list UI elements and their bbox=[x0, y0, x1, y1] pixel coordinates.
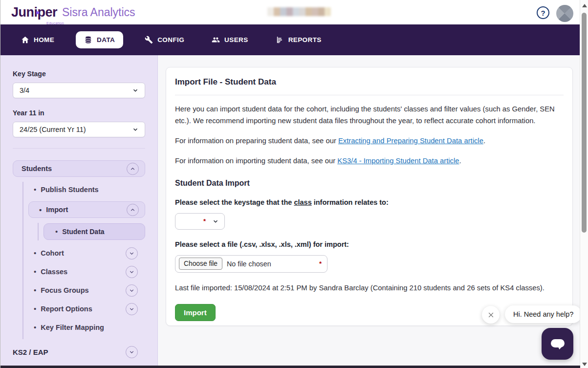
nav-users[interactable]: USERS bbox=[206, 31, 254, 48]
key-stage-label: Key Stage bbox=[13, 70, 145, 78]
scroll-up-arrow-icon[interactable] bbox=[582, 4, 587, 7]
close-icon bbox=[487, 311, 495, 319]
chevron-down-icon bbox=[129, 250, 135, 257]
bullet-icon bbox=[34, 323, 41, 332]
scroll-down-arrow-icon[interactable] bbox=[582, 363, 587, 366]
keystage-label-pre: Please select the keystage that the bbox=[175, 198, 294, 206]
collapse-import-button[interactable] bbox=[127, 204, 139, 216]
students-children: Publish Students Import Student Data bbox=[22, 182, 145, 339]
preparing-info-line: For information on preparing student dat… bbox=[175, 135, 564, 147]
keystage-field-label: Please select the keystage that the clas… bbox=[175, 198, 564, 206]
file-input[interactable]: Choose file No file chosen * bbox=[175, 255, 327, 273]
nav-users-label: USERS bbox=[224, 36, 248, 43]
import-button[interactable]: Import bbox=[175, 304, 216, 321]
sidebar: Key Stage 3/4 Year 11 in 24/25 (Current … bbox=[0, 55, 158, 368]
student-data-label: Student Data bbox=[62, 228, 104, 236]
nav-data[interactable]: DATA bbox=[76, 31, 123, 48]
collapse-students-button[interactable] bbox=[127, 163, 139, 175]
bullet-icon bbox=[34, 286, 41, 295]
chevron-up-icon bbox=[130, 166, 136, 172]
nav-data-label: DATA bbox=[97, 36, 115, 43]
keystage-label-class-word: class bbox=[294, 198, 311, 206]
expand-focus-groups-button[interactable] bbox=[126, 284, 138, 297]
chevron-down-icon bbox=[132, 126, 139, 133]
main-nav: HOME DATA CONFIG USERS REPORTS bbox=[0, 24, 580, 55]
expand-classes-button[interactable] bbox=[126, 266, 138, 278]
publish-students-label: Publish Students bbox=[41, 186, 145, 194]
chevron-down-icon bbox=[129, 269, 135, 275]
report-options-label: Report Options bbox=[41, 305, 126, 313]
choose-file-button[interactable]: Choose file bbox=[179, 258, 222, 270]
sidebar-section-ks2-eap[interactable]: KS2 / EAP bbox=[13, 346, 145, 358]
year-value: 24/25 (Current Yr 11) bbox=[20, 126, 86, 133]
year-label: Year 11 in bbox=[13, 109, 145, 117]
vertical-scrollbar[interactable] bbox=[580, 0, 588, 368]
key-stage-select[interactable]: 3/4 bbox=[13, 83, 145, 98]
sidebar-item-cohort[interactable]: Cohort bbox=[23, 245, 145, 261]
app-title: Sisra Analytics bbox=[62, 6, 135, 19]
key-filter-mapping-label: Key Filter Mapping bbox=[41, 324, 145, 331]
sidebar-item-classes[interactable]: Classes bbox=[23, 264, 145, 280]
chevron-down-icon bbox=[129, 306, 135, 312]
chevron-down-icon bbox=[212, 218, 219, 225]
help-glyph: ? bbox=[541, 9, 545, 17]
nav-config[interactable]: CONFIG bbox=[139, 31, 190, 48]
sidebar-item-key-filter-mapping[interactable]: Key Filter Mapping bbox=[23, 320, 145, 335]
sidebar-item-report-options[interactable]: Report Options bbox=[23, 301, 145, 317]
brand-dot-icon bbox=[36, 11, 39, 14]
importing-article-link[interactable]: KS3/4 - Importing Student Data article bbox=[337, 157, 459, 165]
nav-home[interactable]: HOME bbox=[15, 31, 60, 48]
ks2-eap-label: KS2 / EAP bbox=[13, 348, 48, 356]
page-title: Import File - Student Data bbox=[175, 77, 564, 87]
year-select[interactable]: 24/25 (Current Yr 11) bbox=[13, 122, 145, 137]
sidebar-divider bbox=[13, 148, 145, 149]
key-stage-value: 3/4 bbox=[20, 87, 29, 94]
chat-launcher-button[interactable] bbox=[542, 328, 573, 360]
preparing-article-link[interactable]: Extracting and Preparing Student Data ar… bbox=[338, 137, 483, 145]
bullet-icon bbox=[34, 185, 41, 194]
bottom-edge-strip bbox=[0, 366, 580, 368]
importing-info-line: For information on importing student dat… bbox=[175, 155, 564, 167]
database-icon bbox=[84, 36, 92, 44]
intro-paragraph: Here you can import student data for the… bbox=[175, 104, 564, 127]
sidebar-section-import[interactable]: Import bbox=[28, 201, 145, 218]
preparing-info-suffix: . bbox=[483, 137, 485, 145]
last-import-status: Last file imported: 15/08/2024 at 2:51 P… bbox=[175, 282, 564, 294]
preparing-info-text: For information on preparing student dat… bbox=[175, 137, 338, 145]
chat-greeting-text: Hi. Need any help? bbox=[513, 310, 573, 318]
chat-dismiss-button[interactable] bbox=[482, 306, 500, 324]
bullet-icon bbox=[34, 267, 41, 276]
users-icon bbox=[212, 36, 220, 44]
chat-greeting-bubble[interactable]: Hi. Need any help? bbox=[505, 305, 582, 323]
nav-reports[interactable]: REPORTS bbox=[270, 31, 327, 48]
redacted-text bbox=[267, 7, 331, 16]
wrench-icon bbox=[145, 36, 153, 44]
scrollbar-thumb[interactable] bbox=[582, 13, 587, 233]
title-divider bbox=[175, 95, 564, 95]
chevron-down-icon bbox=[129, 349, 135, 355]
sidebar-item-focus-groups[interactable]: Focus Groups bbox=[23, 282, 145, 298]
top-header: Juniper Education Sisra Analytics ? bbox=[0, 0, 580, 24]
avatar[interactable] bbox=[556, 5, 573, 22]
help-icon[interactable]: ? bbox=[537, 6, 549, 19]
brand-subtitle: Education bbox=[46, 21, 64, 25]
reports-chart-icon bbox=[276, 36, 284, 44]
keystage-select[interactable]: * bbox=[175, 213, 225, 230]
expand-report-options-button[interactable] bbox=[126, 303, 138, 315]
chevron-up-icon bbox=[130, 207, 136, 213]
sidebar-section-students[interactable]: Students bbox=[13, 160, 145, 177]
cohort-label: Cohort bbox=[41, 249, 126, 257]
juniper-logo: Juniper Education bbox=[11, 5, 57, 20]
sidebar-item-publish-students[interactable]: Publish Students bbox=[23, 182, 145, 197]
focus-groups-label: Focus Groups bbox=[41, 286, 126, 294]
expand-ks2-eap-button[interactable] bbox=[126, 346, 138, 358]
sidebar-item-student-data-selected[interactable]: Student Data bbox=[44, 223, 145, 240]
bullet-icon bbox=[34, 249, 41, 258]
chevron-down-icon bbox=[129, 287, 135, 294]
bullet-icon bbox=[39, 206, 46, 214]
brand-name: Juniper bbox=[11, 5, 57, 20]
keystage-label-post: information relates to: bbox=[312, 198, 389, 206]
importing-info-text: For information on importing student dat… bbox=[175, 157, 337, 165]
expand-cohort-button[interactable] bbox=[126, 247, 138, 260]
import-children: Student Data bbox=[38, 223, 145, 240]
